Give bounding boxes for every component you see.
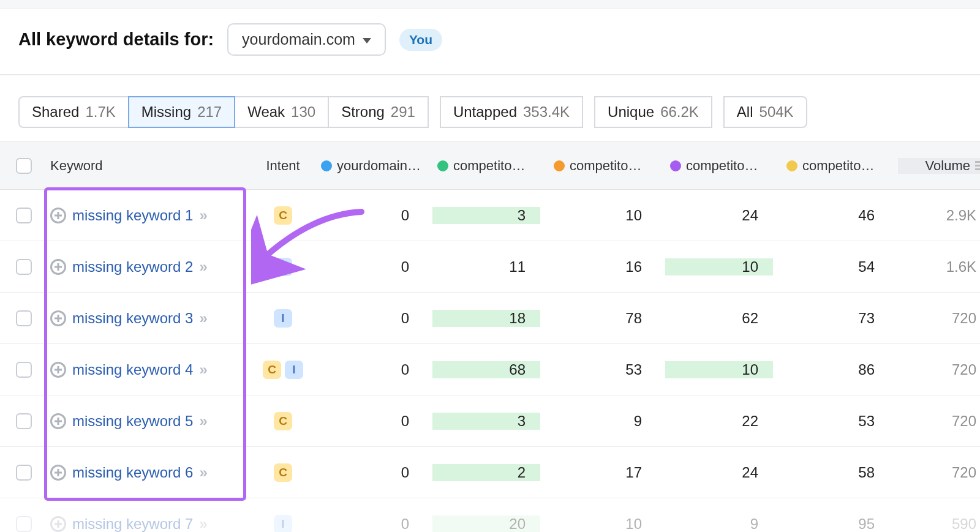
filter-label: Untapped	[453, 103, 517, 121]
row-checkbox[interactable]	[16, 259, 32, 275]
col-domain-3[interactable]: competito…	[665, 158, 782, 174]
table-row: missing keyword 4»CI068531086720	[0, 344, 980, 395]
rank-cell: 78	[549, 310, 665, 327]
volume-cell: 720	[898, 361, 980, 378]
row-checkbox[interactable]	[16, 310, 32, 326]
double-chevron-icon[interactable]: »	[199, 464, 205, 481]
row-checkbox[interactable]	[16, 362, 32, 378]
double-chevron-icon[interactable]: »	[199, 413, 205, 430]
rank-cell: 0	[316, 310, 432, 327]
rank-cell: 0	[316, 464, 432, 481]
rank-cell: 11	[432, 258, 549, 275]
intent-badge-i: I	[274, 309, 292, 328]
keyword-cell[interactable]: missing keyword 6»	[50, 464, 250, 481]
filter-tab-missing[interactable]: Missing217	[128, 96, 235, 128]
filter-count: 291	[391, 103, 415, 121]
plus-circle-icon[interactable]	[50, 465, 66, 481]
rank-cell: 10	[549, 207, 665, 224]
plus-circle-icon[interactable]	[50, 516, 66, 532]
col-domain-4[interactable]: competito…	[782, 158, 898, 174]
rank-cell: 95	[782, 515, 898, 533]
row-checkbox[interactable]	[16, 516, 32, 532]
table-row: missing keyword 7»I02010995590	[0, 498, 980, 532]
plus-circle-icon[interactable]	[50, 362, 66, 378]
row-checkbox[interactable]	[16, 465, 32, 481]
double-chevron-icon[interactable]: »	[199, 207, 205, 224]
rank-cell: 0	[316, 361, 432, 378]
rank-cell: 2	[432, 464, 549, 481]
intent-badge-c: C	[274, 412, 292, 430]
keyword-cell[interactable]: missing keyword 5»	[50, 413, 250, 430]
keyword-link[interactable]: missing keyword 1	[72, 207, 193, 224]
header-strip: All keyword details for: yourdomain.com …	[0, 9, 980, 75]
rank-cell: 58	[782, 464, 898, 481]
rank-cell: 24	[665, 464, 782, 481]
plus-circle-icon[interactable]	[50, 310, 66, 326]
keyword-cell[interactable]: missing keyword 3»	[50, 310, 250, 327]
rank-cell: 68	[432, 361, 549, 378]
double-chevron-icon[interactable]: »	[199, 515, 205, 533]
keyword-cell[interactable]: missing keyword 2»	[50, 258, 250, 275]
table-row: missing keyword 6»C02172458720	[0, 447, 980, 498]
col-domain-2[interactable]: competito…	[549, 158, 665, 174]
select-all-checkbox[interactable]	[16, 158, 32, 174]
rank-cell: 86	[782, 361, 898, 378]
filter-label: Unique	[608, 103, 654, 121]
volume-cell: 590	[898, 515, 980, 533]
rank-cell: 3	[432, 207, 549, 224]
keyword-cell[interactable]: missing keyword 1»	[50, 207, 250, 224]
rank-cell: 3	[432, 413, 549, 430]
rank-cell: 20	[432, 515, 549, 533]
rank-cell: 0	[316, 207, 432, 224]
row-checkbox[interactable]	[16, 208, 32, 223]
domain-selector-value: yourdomain.com	[242, 31, 355, 48]
dot-icon	[321, 160, 332, 171]
keyword-link[interactable]: missing keyword 3	[72, 310, 193, 327]
keyword-link[interactable]: missing keyword 4	[72, 361, 193, 378]
rank-cell: 53	[782, 413, 898, 430]
rank-cell: 10	[549, 515, 665, 533]
double-chevron-icon[interactable]: »	[199, 361, 205, 378]
page-title: All keyword details for:	[18, 29, 214, 50]
plus-circle-icon[interactable]	[50, 259, 66, 275]
row-checkbox[interactable]	[16, 413, 32, 429]
col-domain-0[interactable]: yourdomain…	[316, 158, 432, 174]
filter-count: 130	[291, 103, 315, 121]
keyword-link[interactable]: missing keyword 6	[72, 464, 193, 481]
rank-cell: 18	[432, 310, 549, 327]
intent-badge-i: I	[285, 361, 303, 379]
plus-circle-icon[interactable]	[50, 413, 66, 429]
volume-cell: 1.6K	[898, 258, 980, 275]
chevron-down-icon	[363, 38, 371, 43]
filter-label: Strong	[341, 103, 385, 121]
filter-tab-strong[interactable]: Strong291	[328, 96, 429, 128]
plus-circle-icon[interactable]	[50, 208, 66, 223]
table-row: missing keyword 1»C031024462.9K	[0, 190, 980, 241]
filter-count: 353.4K	[523, 103, 570, 121]
filter-tab-weak[interactable]: Weak130	[234, 96, 329, 128]
rank-cell: 0	[316, 258, 432, 275]
double-chevron-icon[interactable]: »	[199, 310, 205, 327]
keyword-link[interactable]: missing keyword 2	[72, 258, 193, 275]
col-keyword[interactable]: Keyword	[48, 158, 250, 174]
keyword-cell[interactable]: missing keyword 4»	[50, 361, 250, 378]
double-chevron-icon[interactable]: »	[199, 258, 205, 275]
rank-cell: 10	[665, 361, 782, 378]
volume-cell: 720	[898, 413, 980, 430]
filter-count: 504K	[760, 103, 794, 121]
filter-tab-shared[interactable]: Shared1.7K	[18, 96, 129, 128]
col-volume[interactable]: Volume	[898, 158, 980, 174]
filter-tab-untapped[interactable]: Untapped353.4K	[440, 96, 583, 128]
filter-tab-unique[interactable]: Unique66.2K	[594, 96, 712, 128]
col-domain-1[interactable]: competito…	[432, 158, 549, 174]
keyword-cell[interactable]: missing keyword 7»	[50, 515, 250, 533]
domain-selector[interactable]: yourdomain.com	[227, 23, 386, 56]
filter-label: All	[737, 103, 753, 121]
col-intent[interactable]: Intent	[250, 158, 316, 174]
table-header: Keyword Intent yourdomain… competito… co…	[0, 142, 980, 190]
filter-tab-all[interactable]: All504K	[723, 96, 807, 128]
filter-count: 217	[197, 103, 222, 121]
keyword-link[interactable]: missing keyword 5	[72, 413, 193, 430]
dot-icon	[670, 160, 681, 171]
keyword-link[interactable]: missing keyword 7	[72, 515, 193, 533]
